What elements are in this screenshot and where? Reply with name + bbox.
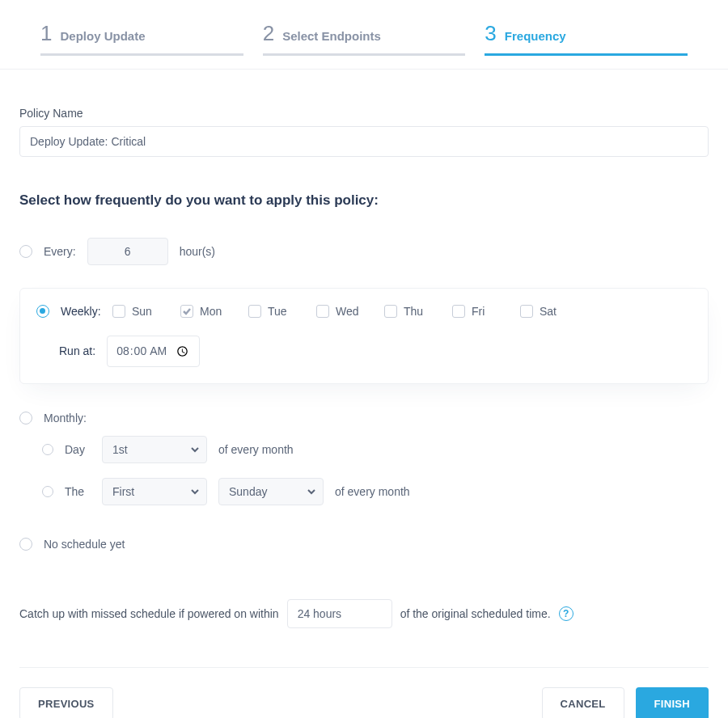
day-label: Wed [336,305,359,318]
finish-button[interactable]: FINISH [636,687,709,718]
day-sat: Sat [520,305,577,318]
day-label: Mon [200,305,222,318]
every-hours-input[interactable] [87,238,168,265]
day-mon: Mon [180,305,237,318]
option-weekly-wrapper: Weekly: Sun Mon Tue Wed [6,288,712,384]
step-frequency[interactable]: 3 Frequency [485,23,688,69]
step-label: Select Endpoints [282,29,381,43]
run-at-input[interactable] [107,336,200,367]
policy-name-label: Policy Name [19,107,709,120]
day-label: Thu [404,305,423,318]
day-label: Sun [132,305,152,318]
step-progress-bar [40,53,243,56]
no-schedule-label: No schedule yet [44,538,125,551]
cancel-button[interactable]: CANCEL [542,687,624,718]
radio-no-schedule[interactable] [19,538,32,551]
help-icon[interactable]: ? [559,606,574,621]
day-thu: Thu [384,305,441,318]
option-no-schedule: No schedule yet [19,538,709,551]
step-select-endpoints[interactable]: 2 Select Endpoints [263,23,466,69]
wizard-steps: 1 Deploy Update 2 Select Endpoints 3 Fre… [0,0,728,70]
step-number: 1 [40,23,52,44]
step-progress-bar [485,53,688,56]
option-weekly-card: Weekly: Sun Mon Tue Wed [19,288,709,384]
monthly-ordinal-select[interactable]: First [102,478,207,505]
policy-name-input[interactable] [19,126,709,157]
catchup-pre: Catch up with missed schedule if powered… [19,607,279,620]
checkbox-thu[interactable] [384,305,397,318]
monthly-label: Monthly: [44,412,87,424]
radio-weekly[interactable] [36,305,49,318]
day-label: Sat [540,305,557,318]
monthly-weekday-select[interactable]: Sunday [218,478,324,505]
step-deploy-update[interactable]: 1 Deploy Update [40,23,243,69]
previous-button[interactable]: PREVIOUS [19,687,113,718]
frequency-heading: Select how frequently do you want to app… [19,192,709,209]
monthly-day-label: Day [65,443,91,456]
step-number: 3 [485,23,496,44]
policy-name-field: Policy Name [19,107,709,157]
day-tue: Tue [248,305,305,318]
checkbox-tue[interactable] [248,305,261,318]
checkbox-wed[interactable] [316,305,329,318]
step-label: Deploy Update [60,29,145,43]
radio-every[interactable] [19,245,32,258]
run-at-label: Run at: [59,344,95,357]
monthly-the-label: The [65,485,91,498]
checkbox-mon[interactable] [180,305,193,318]
step-number: 2 [263,23,274,44]
weekly-label: Weekly: [61,305,101,318]
monthly-the-suffix: of every month [335,485,410,498]
catchup-row: Catch up with missed schedule if powered… [19,599,709,628]
checkbox-fri[interactable] [452,305,465,318]
day-label: Fri [472,305,485,318]
day-fri: Fri [452,305,509,318]
step-label: Frequency [505,29,566,43]
day-wed: Wed [316,305,373,318]
checkbox-sat[interactable] [520,305,533,318]
catchup-input[interactable] [287,599,392,628]
option-every: Every: hour(s) [19,238,709,265]
every-label: Every: [44,245,76,258]
divider [19,667,709,668]
radio-monthly-day[interactable] [42,444,53,455]
footer: PREVIOUS CANCEL FINISH [19,687,709,718]
monthly-day-suffix: of every month [218,443,294,456]
day-sun: Sun [112,305,169,318]
checkbox-sun[interactable] [112,305,125,318]
monthly-day-select[interactable]: 1st [102,436,207,463]
day-label: Tue [268,305,287,318]
radio-monthly[interactable] [19,412,32,424]
radio-monthly-the[interactable] [42,486,53,497]
option-monthly: Monthly: Day 1st of every month [19,412,709,505]
every-suffix: hour(s) [180,245,215,258]
catchup-post: of the original scheduled time. [400,607,551,620]
step-progress-bar [263,53,466,56]
